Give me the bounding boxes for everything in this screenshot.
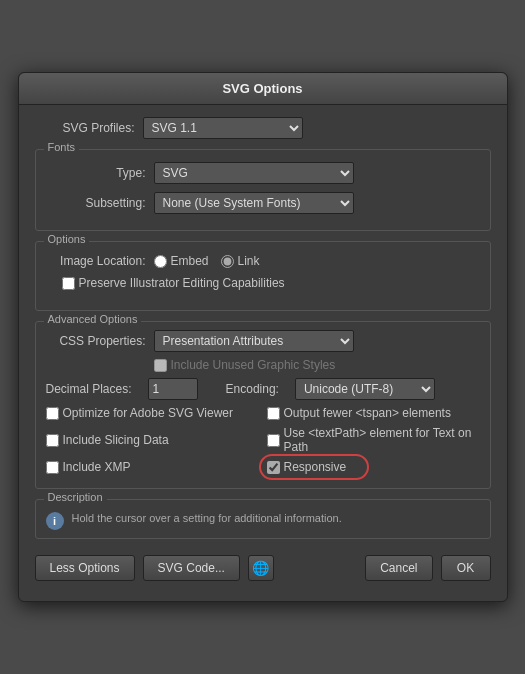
slicing-checkbox[interactable] <box>46 434 59 447</box>
font-type-select[interactable]: SVG Outline System Fonts <box>154 162 354 184</box>
slicing-label[interactable]: Include Slicing Data <box>46 426 259 454</box>
encoding-select[interactable]: Unicode (UTF-8) ISO-8859-1 UTF-16 <box>295 378 435 400</box>
decimal-input[interactable] <box>148 378 198 400</box>
preserve-row: Preserve Illustrator Editing Capabilitie… <box>62 276 480 294</box>
button-row: Less Options SVG Code... 🌐 Cancel OK <box>35 551 491 589</box>
output-tspan-label[interactable]: Output fewer <tspan> elements <box>267 406 480 420</box>
description-content: i Hold the cursor over a setting for add… <box>46 512 480 530</box>
link-label: Link <box>238 254 260 268</box>
options-section-label: Options <box>44 233 90 245</box>
font-subsetting-select[interactable]: None (Use System Fonts) Common English A… <box>154 192 354 214</box>
embed-option[interactable]: Embed <box>154 254 209 268</box>
link-option[interactable]: Link <box>221 254 260 268</box>
responsive-checkbox[interactable] <box>267 461 280 474</box>
font-subsetting-label: Subsetting: <box>46 196 146 210</box>
options-section: Options Image Location: Embed Link <box>35 241 491 311</box>
svg-code-button[interactable]: SVG Code... <box>143 555 240 581</box>
textpath-text: Use <textPath> element for Text on Path <box>284 426 480 454</box>
description-section: Description i Hold the cursor over a set… <box>35 499 491 539</box>
globe-button[interactable]: 🌐 <box>248 555 274 581</box>
advanced-section: Advanced Options CSS Properties: Present… <box>35 321 491 489</box>
css-properties-select[interactable]: Presentation Attributes Style Attributes… <box>154 330 354 352</box>
optimize-label[interactable]: Optimize for Adobe SVG Viewer <box>46 406 259 420</box>
decimal-encoding-row: Decimal Places: Encoding: Unicode (UTF-8… <box>46 378 480 400</box>
advanced-checks: Optimize for Adobe SVG Viewer Output few… <box>46 406 480 478</box>
xmp-text: Include XMP <box>63 460 131 474</box>
unused-styles-text: Include Unused Graphic Styles <box>171 358 336 372</box>
image-location-group: Embed Link <box>154 254 260 268</box>
css-properties-label: CSS Properties: <box>46 334 146 348</box>
info-icon: i <box>46 512 64 530</box>
css-properties-row: CSS Properties: Presentation Attributes … <box>46 330 480 352</box>
font-subsetting-row: Subsetting: None (Use System Fonts) Comm… <box>46 192 480 214</box>
optimize-checkbox[interactable] <box>46 407 59 420</box>
image-location-row: Image Location: Embed Link <box>46 254 480 268</box>
less-options-button[interactable]: Less Options <box>35 555 135 581</box>
preserve-checkbox[interactable] <box>62 277 75 290</box>
unused-styles-label[interactable]: Include Unused Graphic Styles <box>154 358 480 372</box>
description-text: Hold the cursor over a setting for addit… <box>72 512 342 524</box>
xmp-checkbox[interactable] <box>46 461 59 474</box>
textpath-checkbox[interactable] <box>267 434 280 447</box>
encoding-label: Encoding: <box>226 382 279 396</box>
fonts-section-label: Fonts <box>44 141 80 153</box>
font-type-row: Type: SVG Outline System Fonts <box>46 162 480 184</box>
preserve-label: Preserve Illustrator Editing Capabilitie… <box>79 276 285 290</box>
preserve-checkbox-label[interactable]: Preserve Illustrator Editing Capabilitie… <box>62 276 285 290</box>
fonts-section: Fonts Type: SVG Outline System Fonts Sub… <box>35 149 491 231</box>
image-location-label: Image Location: <box>46 254 146 268</box>
xmp-label[interactable]: Include XMP <box>46 460 259 474</box>
embed-radio[interactable] <box>154 255 167 268</box>
dialog-title: SVG Options <box>19 73 507 105</box>
output-tspan-text: Output fewer <tspan> elements <box>284 406 451 420</box>
right-buttons: Cancel OK <box>365 555 490 581</box>
link-radio[interactable] <box>221 255 234 268</box>
textpath-label[interactable]: Use <textPath> element for Text on Path <box>267 426 480 454</box>
ok-button[interactable]: OK <box>441 555 491 581</box>
output-tspan-checkbox[interactable] <box>267 407 280 420</box>
svg-profiles-row: SVG Profiles: SVG 1.1 SVG 1.0 SVG Tiny 1… <box>35 117 491 139</box>
font-type-label: Type: <box>46 166 146 180</box>
description-section-label: Description <box>44 491 107 503</box>
svg-options-dialog: SVG Options SVG Profiles: SVG 1.1 SVG 1.… <box>18 72 508 602</box>
responsive-label[interactable]: Responsive <box>267 460 347 474</box>
left-buttons: Less Options SVG Code... 🌐 <box>35 555 274 581</box>
slicing-text: Include Slicing Data <box>63 433 169 447</box>
svg-profiles-label: SVG Profiles: <box>35 121 135 135</box>
unused-styles-checkbox[interactable] <box>154 359 167 372</box>
advanced-section-label: Advanced Options <box>44 313 142 325</box>
embed-label: Embed <box>171 254 209 268</box>
decimal-label: Decimal Places: <box>46 382 132 396</box>
responsive-text: Responsive <box>284 460 347 474</box>
optimize-text: Optimize for Adobe SVG Viewer <box>63 406 234 420</box>
cancel-button[interactable]: Cancel <box>365 555 432 581</box>
svg-profiles-select[interactable]: SVG 1.1 SVG 1.0 SVG Tiny 1.2 <box>143 117 303 139</box>
